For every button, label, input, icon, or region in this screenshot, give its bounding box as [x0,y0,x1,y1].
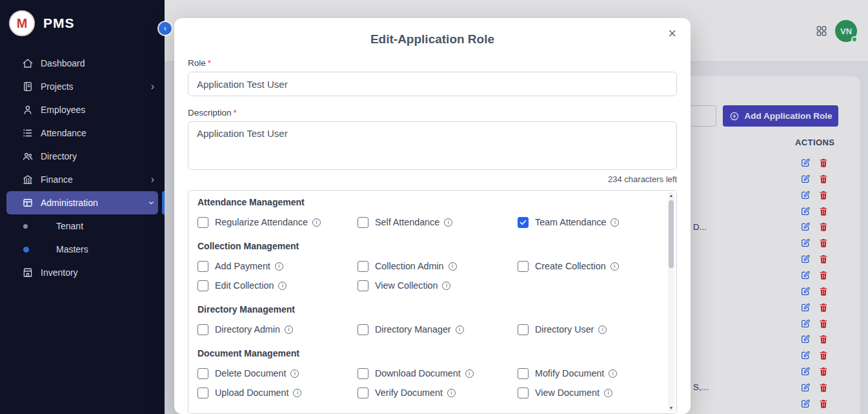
checkbox[interactable] [518,324,529,335]
permission-section-collection-management: Collection ManagementAdd PaymentiCollect… [197,241,660,291]
permission-directory-user[interactable]: Directory Useri [518,324,677,335]
permission-label: Add Payment [215,261,270,271]
permission-directory-admin[interactable]: Directory Admini [197,324,358,335]
checkbox[interactable] [358,261,368,272]
permission-regularize-attendance[interactable]: Regularize Attendancei [197,216,358,228]
info-icon: i [456,326,464,334]
permission-download-document[interactable]: Download Documenti [358,367,518,379]
character-counter: 234 characters left [188,174,677,184]
sidebar-item-directory[interactable]: Directory [0,145,165,168]
sidebar-item-employees[interactable]: Employees [0,98,165,121]
permission-view-collection[interactable]: View Collectioni [358,280,518,291]
info-icon: i [275,262,283,271]
permission-label: Upload Document [215,388,288,398]
permission-label: Delete Document [215,368,286,378]
checkbox[interactable] [197,217,208,228]
info-icon: i [611,218,619,227]
permission-edit-collection[interactable]: Edit Collectioni [197,280,358,291]
chevron-right-icon: › [151,174,154,185]
modal-title: Edit-Application Role [174,32,691,47]
scroll-down-arrow-icon[interactable]: ▼ [668,405,674,411]
brand: M PMS [0,0,165,43]
permission-label: Team Attendance [535,217,606,227]
permission-label: Self Attendance [375,217,439,227]
permission-section-document-management: Document ManagementDelete DocumentiDownl… [197,348,660,398]
edit-application-role-modal: × Edit-Application Role Role* Descriptio… [174,18,691,414]
permission-mofify-document[interactable]: Mofify Documenti [518,367,677,379]
permission-team-attendance[interactable]: Team Attendancei [518,216,677,228]
scrollbar[interactable]: ▲ ▼ [668,192,674,412]
info-icon: i [290,369,299,378]
permission-verify-document[interactable]: Verify Documenti [358,387,518,398]
employees-icon [22,104,34,116]
permission-label: Collection Admin [375,261,444,271]
sidebar-collapse-button[interactable]: ‹ [159,22,172,35]
sidebar-subitem-tenant[interactable]: Tenant [0,214,165,238]
checkbox[interactable] [518,388,529,398]
scroll-up-arrow-icon[interactable]: ▲ [668,192,674,199]
description-textarea[interactable]: Application Test User [188,121,677,170]
permissions-panel: Attendance ManagementRegularize Attendan… [188,190,677,414]
permission-label: Regularize Attendance [215,217,308,227]
checkbox[interactable] [358,280,368,291]
sidebar-item-dashboard[interactable]: Dashboard [0,52,165,75]
info-icon: i [598,326,607,334]
close-icon[interactable]: × [664,26,680,41]
bullet-icon [23,247,29,253]
checkbox[interactable] [197,388,208,398]
permission-label: Directory Admin [215,324,280,335]
projects-icon [22,81,34,92]
permission-label: Edit Collection [215,280,274,291]
sidebar-subitem-label: Tenant [56,221,83,231]
checkbox[interactable] [358,368,368,379]
sidebar-subitem-label: Masters [56,244,88,254]
home-icon [22,57,34,69]
checkbox[interactable] [518,217,529,228]
directory-icon [22,150,34,162]
role-input[interactable] [188,72,677,96]
checkbox[interactable] [197,368,208,379]
info-icon: i [278,282,287,290]
sidebar-subitem-masters[interactable]: Masters [0,238,165,261]
checkbox[interactable] [197,280,208,291]
permission-label: View Collection [375,280,438,291]
scrollbar-thumb[interactable] [669,200,674,268]
permission-label: Directory Manager [375,324,451,335]
permission-view-document[interactable]: View Documenti [518,387,677,398]
brand-name: PMS [43,16,75,31]
checkbox[interactable] [518,368,529,379]
administration-icon [22,197,34,209]
permission-sections: Attendance ManagementRegularize Attendan… [197,197,660,398]
sidebar-item-label: Inventory [41,267,78,278]
permission-section-attendance-management: Attendance ManagementRegularize Attendan… [197,197,660,228]
checkbox[interactable] [197,324,208,335]
sidebar-item-attendance[interactable]: Attendance [0,121,165,145]
permission-delete-document[interactable]: Delete Documenti [197,367,358,379]
checkbox[interactable] [197,261,208,272]
sidebar-item-inventory[interactable]: Inventory [0,261,165,284]
permission-label: Create Collection [535,261,606,271]
checkbox[interactable] [358,324,368,335]
permission-self-attendance[interactable]: Self Attendancei [358,216,518,228]
description-label: Description* [188,108,677,118]
app-logo-icon: M [9,10,35,36]
attendance-icon [22,127,34,139]
permission-collection-admin[interactable]: Collection Admini [358,260,518,272]
required-asterisk: * [234,108,237,118]
info-icon: i [293,389,301,397]
sidebar-item-finance[interactable]: Finance› [0,168,165,191]
info-icon: i [604,389,612,397]
permission-upload-document[interactable]: Upload Documenti [197,387,358,398]
sidebar-item-label: Projects [41,81,74,92]
checkbox[interactable] [358,217,368,228]
sidebar-item-projects[interactable]: Projects› [0,75,165,98]
sidebar-item-administration[interactable]: Administration› [6,191,158,214]
checkbox[interactable] [518,261,529,272]
permission-add-payment[interactable]: Add Paymenti [197,260,358,272]
checkbox[interactable] [358,388,368,398]
info-icon: i [449,262,457,271]
permission-directory-manager[interactable]: Directory Manageri [358,324,518,335]
info-icon: i [444,218,452,227]
permission-create-collection[interactable]: Create Collectioni [518,260,677,272]
required-asterisk: * [208,58,211,68]
